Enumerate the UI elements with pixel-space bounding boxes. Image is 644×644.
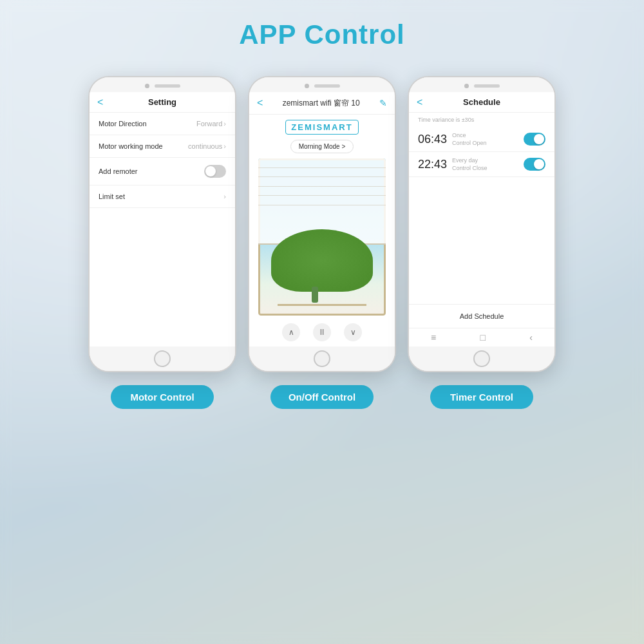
schedule2-detail: Every day Control Close [452,157,488,171]
motor-mode-value: continuous › [188,142,226,150]
phone1-back-arrow[interactable]: < [97,97,103,108]
brand-logo: ZEMISMART [285,120,358,135]
schedule-item-1[interactable]: 06:43 Once Control Open [409,127,554,152]
main-content: APP Control < Setting Motor Direction [0,0,644,644]
add-schedule-button[interactable]: Add Schedule [409,304,554,328]
phone3-speaker [474,84,500,88]
phones-row: < Setting Motor Direction Forward › Moto… [88,76,556,409]
phone3-screen: < Schedule Time variance is ±30s 06:43 O… [409,92,554,346]
phone3-bottom [409,346,554,371]
remoter-toggle[interactable] [204,165,226,178]
slat [258,158,386,168]
phone2-top [249,77,395,92]
phone2-bottom [249,346,395,371]
onoff-control-badge: On/Off Control [270,385,374,409]
phone2-wrapper: < zemismart wifi 窗帘 10 ✎ ZEMISMART Morni… [248,76,396,409]
blind-illustration [258,158,386,316]
close-btn[interactable]: ∨ [344,323,362,341]
motor-dir-label: Motor Direction [99,120,147,128]
schedule1-freq: Once [452,132,487,138]
time-variance: Time variance is ±30s [409,113,554,127]
nav-back-icon[interactable]: ‹ [529,332,533,343]
schedule2-toggle[interactable] [524,158,545,171]
setting-row-limit[interactable]: Limit set › [90,185,235,208]
phone1-screen: < Setting Motor Direction Forward › Moto… [90,92,235,346]
blind-slats [258,158,386,205]
schedule1-left: 06:43 Once Control Open [418,132,487,146]
phone3-wrapper: < Schedule Time variance is ±30s 06:43 O… [408,76,556,409]
screen1-header: < Setting [90,92,235,113]
motor-dir-value: Forward › [196,120,226,128]
slat [258,196,386,205]
pause-btn[interactable]: II [313,323,331,341]
phone2-screen: < zemismart wifi 窗帘 10 ✎ ZEMISMART Morni… [249,92,395,346]
page-title: APP Control [239,19,405,50]
phone3: < Schedule Time variance is ±30s 06:43 O… [408,76,556,372]
phone3-title: Schedule [463,97,500,107]
phone2: < zemismart wifi 窗帘 10 ✎ ZEMISMART Morni… [248,76,396,372]
setting-row-remoter[interactable]: Add remoter [90,158,235,185]
phone3-home-btn[interactable] [473,350,490,367]
schedule2-freq: Every day [452,157,488,164]
phone3-back-arrow[interactable]: < [417,97,422,108]
phone1-home-btn[interactable] [154,350,171,367]
schedule1-toggle[interactable] [524,133,545,146]
schedule2-left: 22:43 Every day Control Close [418,157,488,171]
timer-control-badge: Timer Control [430,385,533,409]
trees-decoration [271,229,373,292]
screen3-header: < Schedule [409,92,554,113]
bottom-nav: ≡ □ ‹ [409,328,554,346]
schedule1-time: 06:43 [418,133,447,146]
setting-row-motor-dir[interactable]: Motor Direction Forward › [90,113,235,135]
phone3-camera [464,84,469,88]
phone3-top [409,77,554,92]
phone1-title: Setting [148,97,176,107]
remoter-label: Add remoter [99,167,138,175]
phone1-camera [145,84,149,88]
edit-icon[interactable]: ✎ [379,98,387,108]
motor-mode-label: Motor working mode [99,142,163,150]
schedule2-action: Control Close [452,165,488,171]
phone2-camera [305,84,309,88]
phone1-bottom [90,346,235,371]
open-btn[interactable]: ∧ [282,323,300,341]
limit-label: Limit set [99,193,125,200]
morning-mode-button[interactable]: Morning Mode > [290,140,354,153]
limit-chevron: › [223,193,226,200]
phone1-wrapper: < Setting Motor Direction Forward › Moto… [88,76,236,409]
brand-section: ZEMISMART [249,115,395,137]
phone1-top [90,77,235,92]
motor-control-badge: Motor Control [111,385,214,409]
phone2-back-arrow[interactable]: < [257,97,263,109]
nav-menu-icon[interactable]: ≡ [431,332,436,343]
nav-home-icon[interactable]: □ [480,332,486,343]
phone1: < Setting Motor Direction Forward › Moto… [88,76,236,372]
schedule-item-2[interactable]: 22:43 Every day Control Close [409,152,554,177]
chevron-icon2: › [223,142,226,150]
slat [258,187,386,196]
shelf-decoration [278,304,367,306]
spacer [409,177,554,304]
morning-mode-section: Morning Mode > [249,137,395,156]
setting-row-motor-mode[interactable]: Motor working mode continuous › [90,135,235,158]
blind-controls: ∧ II ∨ [249,318,395,346]
phone2-home-btn[interactable] [314,350,330,367]
screen2-header: < zemismart wifi 窗帘 10 ✎ [249,92,395,115]
schedule1-action: Control Open [452,140,487,146]
phone2-speaker [314,84,340,88]
phone2-device-name: zemismart wifi 窗帘 10 [283,98,360,109]
cactus-decoration [312,287,318,303]
slat [258,177,386,187]
schedule1-detail: Once Control Open [452,132,487,146]
chevron-icon: › [223,120,226,128]
schedule2-time: 22:43 [418,158,447,171]
slat [258,168,386,178]
phone1-speaker [155,84,180,88]
